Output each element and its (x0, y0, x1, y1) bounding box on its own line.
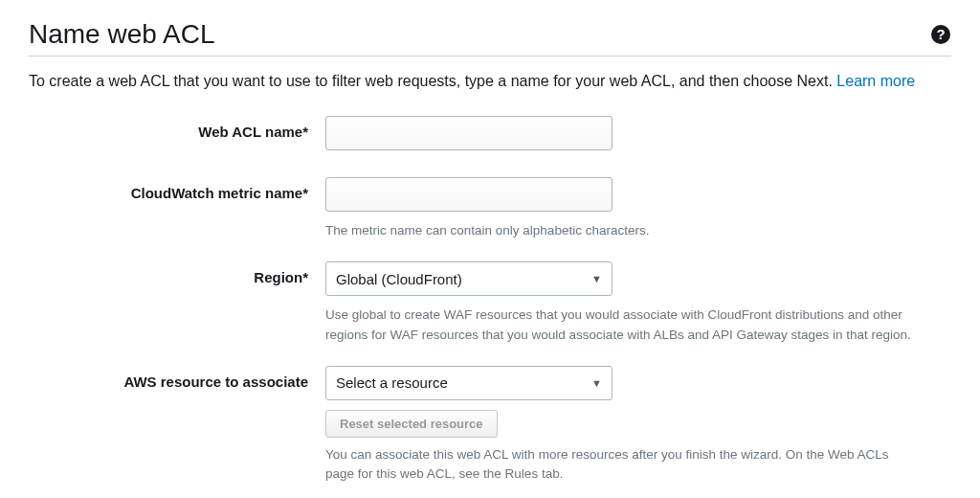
help-icon[interactable]: ? (930, 24, 951, 45)
label-region: Region* (29, 261, 325, 285)
intro-text: To create a web ACL that you want to use… (29, 70, 951, 93)
caret-down-icon: ▼ (591, 377, 602, 389)
row-region: Region* Global (CloudFront) ▼ (29, 261, 951, 296)
web-acl-name-input[interactable] (325, 116, 612, 150)
label-web-acl-name: Web ACL name* (29, 116, 325, 140)
region-select[interactable]: Global (CloudFront) ▼ (325, 261, 612, 296)
row-web-acl-name: Web ACL name* (29, 116, 951, 150)
page-header: Name web ACL ? (29, 19, 951, 57)
region-selected-value: Global (CloudFront) (336, 271, 462, 287)
label-resource: AWS resource to associate (29, 366, 325, 390)
resource-help: You can associate this web ACL with more… (325, 445, 919, 485)
metric-name-help: The metric name can contain only alphabe… (325, 221, 919, 240)
svg-text:?: ? (936, 26, 945, 42)
metric-name-input[interactable] (325, 177, 612, 212)
resource-selected-value: Select a resource (336, 374, 448, 391)
intro-text-body: To create a web ACL that you want to use… (29, 73, 836, 89)
page-title: Name web ACL (29, 19, 215, 50)
row-resource: AWS resource to associate Select a resou… (29, 366, 951, 438)
caret-down-icon: ▼ (591, 273, 602, 284)
row-metric-name: CloudWatch metric name* (29, 177, 951, 212)
resource-select[interactable]: Select a resource ▼ (325, 366, 612, 400)
reset-selected-resource-button: Reset selected resource (325, 410, 498, 438)
learn-more-link[interactable]: Learn more (836, 73, 915, 89)
label-metric-name: CloudWatch metric name* (29, 177, 325, 201)
region-help: Use global to create WAF resources that … (325, 306, 919, 345)
